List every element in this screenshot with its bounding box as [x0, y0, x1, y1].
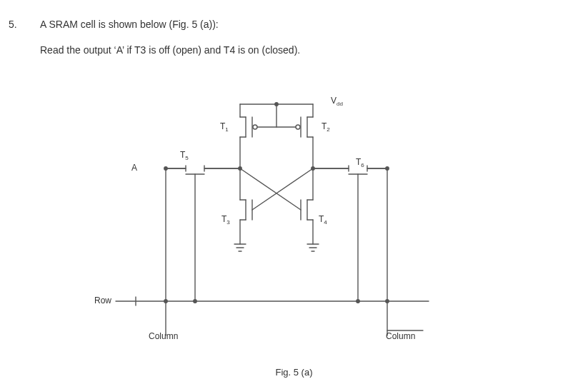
sram-diagram: Vdd T1 T2 T5 T6 T3 T4 A Row Column Colum… [100, 86, 472, 357]
svg-point-66 [357, 300, 359, 303]
label-column-right: Column [386, 331, 415, 341]
label-column-left: Column [149, 331, 178, 341]
svg-point-18 [296, 125, 300, 129]
page: 5. A SRAM cell is shown below (Fig. 5 (a… [0, 0, 588, 389]
svg-point-64 [386, 300, 389, 303]
label-t6: T6 [356, 157, 364, 168]
prompt-line-2: Read the output ‘A’ if T3 is off (open) … [40, 44, 300, 56]
label-t4: T4 [319, 214, 327, 226]
prompt-line-1: A SRAM cell is shown below (Fig. 5 (a)): [40, 19, 219, 30]
label-t2: T2 [322, 121, 330, 133]
label-t3: T3 [221, 214, 230, 226]
question-number: 5. [9, 19, 17, 30]
svg-point-12 [253, 125, 257, 129]
svg-line-61 [252, 168, 313, 210]
svg-line-62 [240, 168, 301, 210]
figure-caption: Fig. 5 (a) [0, 367, 588, 378]
svg-point-65 [194, 300, 196, 303]
label-t5: T5 [180, 150, 189, 161]
sram-schematic-svg [100, 86, 472, 357]
svg-point-63 [164, 300, 167, 303]
svg-rect-29 [186, 164, 204, 173]
label-vdd: Vdd [331, 96, 343, 107]
svg-point-22 [275, 103, 278, 106]
label-row: Row [94, 295, 111, 305]
label-t1: T1 [220, 121, 229, 133]
label-a: A [131, 163, 137, 173]
